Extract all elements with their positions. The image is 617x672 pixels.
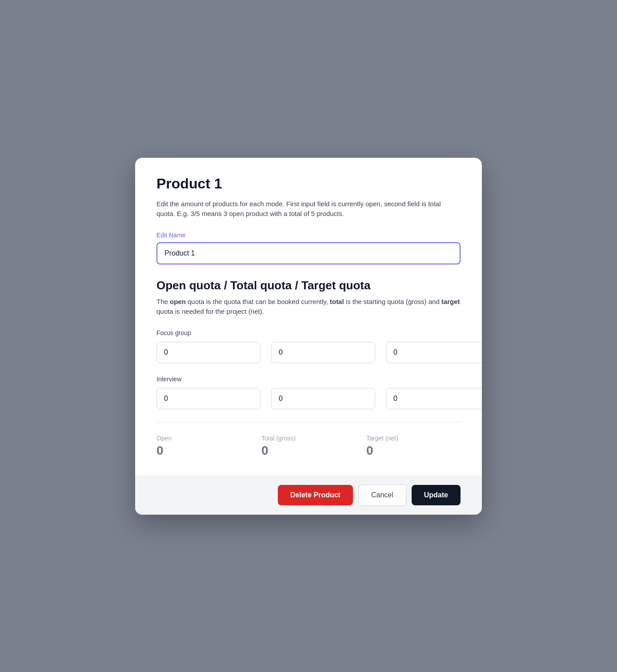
focus-group-label: Focus group [156, 329, 461, 336]
total-gross-label: Total (gross) [261, 435, 356, 442]
quota-desc-target: target [441, 298, 460, 305]
total-net-label: Target (net) [366, 435, 461, 442]
totals-row: Open 0 Total (gross) 0 Target (net) 0 [156, 435, 461, 458]
modal-title: Product 1 [156, 176, 461, 192]
interview-open-input[interactable] [156, 388, 260, 409]
quota-section-title: Open quota / Total quota / Target quota [156, 279, 461, 292]
modal-body: Product 1 Edit the amount of products fo… [135, 158, 482, 476]
modal-description: Edit the amount of products for each mod… [156, 199, 461, 219]
focus-group-inputs [156, 342, 461, 363]
focus-group-open-input[interactable] [156, 342, 260, 363]
product-modal: Product 1 Edit the amount of products fo… [135, 158, 482, 515]
interview-total-input[interactable] [271, 388, 375, 409]
interview-inputs [156, 388, 461, 409]
update-button[interactable]: Update [412, 485, 461, 505]
modal-footer: Delete Product Cancel Update [135, 476, 482, 515]
edit-name-input[interactable] [156, 242, 461, 264]
interview-label: Interview [156, 376, 461, 383]
quota-desc-total: total [330, 298, 344, 305]
total-open-label: Open [156, 435, 251, 442]
total-net: Target (net) 0 [366, 435, 461, 458]
interview-target-input[interactable] [386, 388, 482, 409]
quota-desc-open: open [170, 298, 186, 305]
cancel-button[interactable]: Cancel [358, 484, 406, 506]
total-gross: Total (gross) 0 [261, 435, 356, 458]
delete-product-button[interactable]: Delete Product [278, 485, 353, 505]
modal-overlay: Product 1 Edit the amount of products fo… [0, 0, 617, 672]
edit-name-label: Edit Name [156, 232, 461, 239]
total-net-value: 0 [366, 444, 461, 458]
total-open: Open 0 [156, 435, 251, 458]
total-open-value: 0 [156, 444, 251, 458]
total-gross-value: 0 [261, 444, 356, 458]
section-divider [156, 422, 461, 422]
focus-group-target-input[interactable] [386, 342, 482, 363]
quota-description: The open quota is the quota that can be … [156, 297, 461, 317]
focus-group-total-input[interactable] [271, 342, 375, 363]
